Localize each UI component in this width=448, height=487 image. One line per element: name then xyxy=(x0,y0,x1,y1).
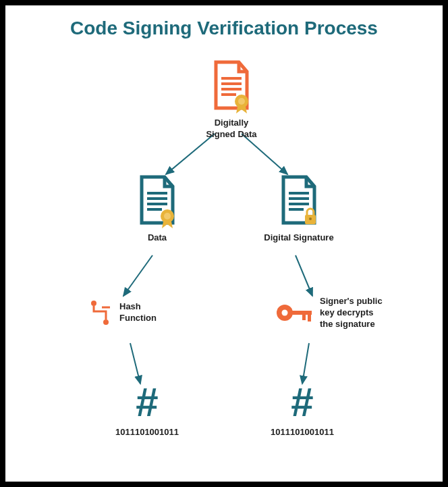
svg-point-23 xyxy=(309,217,312,220)
svg-text:#: # xyxy=(136,384,158,424)
page-title: Code Signing Verification Process xyxy=(5,5,443,39)
node-data: Data xyxy=(123,174,191,244)
hash-icon: # xyxy=(282,384,323,424)
svg-line-3 xyxy=(296,255,312,296)
svg-text:#: # xyxy=(291,384,313,424)
svg-rect-31 xyxy=(308,315,311,322)
svg-line-4 xyxy=(130,343,140,384)
label-data: Data xyxy=(123,232,191,244)
svg-line-5 xyxy=(302,343,309,384)
key-icon xyxy=(275,301,313,325)
label-hash-function: Hash Function xyxy=(119,301,157,324)
document-signed-icon xyxy=(208,59,255,113)
svg-point-17 xyxy=(164,213,171,220)
label-key: Signer's public key decrypts the signatu… xyxy=(320,296,394,330)
svg-point-11 xyxy=(238,98,245,105)
svg-rect-30 xyxy=(302,315,306,320)
node-hash-left: # 1011101001011 xyxy=(110,384,184,437)
node-hash-function: Hash Function xyxy=(90,299,157,326)
node-signed-data: Digitally Signed Data xyxy=(201,59,262,140)
svg-point-26 xyxy=(103,319,109,325)
svg-point-28 xyxy=(282,310,288,316)
hash-value-left: 1011101001011 xyxy=(110,427,184,437)
svg-rect-29 xyxy=(291,311,312,315)
document-signature-icon xyxy=(275,174,323,228)
hash-icon: # xyxy=(127,384,167,424)
svg-point-24 xyxy=(91,301,96,306)
label-signature: Digital Signature xyxy=(255,232,343,244)
document-data-icon xyxy=(134,174,181,228)
diagram-canvas: Digitally Signed Data Data xyxy=(5,39,443,475)
hash-function-icon xyxy=(90,299,113,326)
label-signed-data: Digitally Signed Data xyxy=(201,118,262,140)
hash-value-right: 1011101001011 xyxy=(265,427,339,437)
svg-line-2 xyxy=(123,255,152,296)
node-key: Signer's public key decrypts the signatu… xyxy=(275,296,394,330)
node-hash-right: # 1011101001011 xyxy=(265,384,339,437)
diagram-frame: Code Signing Verification Process xyxy=(5,5,443,482)
node-signature: Digital Signature xyxy=(255,174,343,244)
